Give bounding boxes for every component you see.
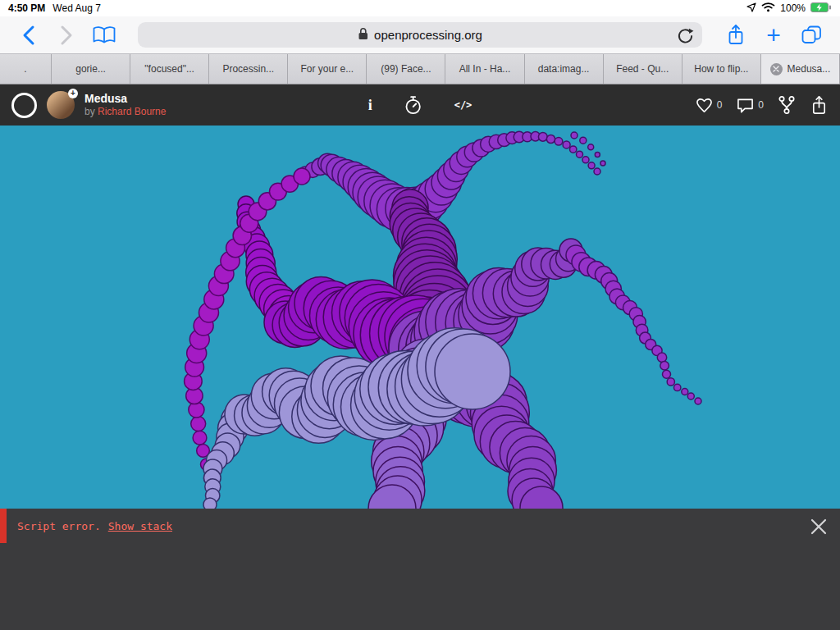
tab-close-icon[interactable]: [770, 63, 783, 75]
status-time: 4:50 PM: [8, 2, 45, 14]
likes-count: 0: [717, 99, 723, 111]
comment-icon: [736, 97, 755, 114]
openprocessing-logo[interactable]: [11, 93, 37, 118]
fork-icon[interactable]: [778, 95, 796, 115]
browser-tab[interactable]: gorie...: [52, 54, 130, 84]
code-icon[interactable]: </>: [454, 99, 472, 111]
sketch-canvas[interactable]: [0, 126, 840, 509]
error-accent: [0, 509, 7, 543]
header-actions: 0 0: [695, 94, 829, 116]
comments-count: 0: [758, 99, 764, 111]
browser-tab[interactable]: All In - Ha...: [445, 54, 524, 84]
wifi-icon: [761, 2, 775, 15]
browser-tab-active[interactable]: Medusa...: [761, 54, 840, 84]
error-bar: Script error. Show stack: [0, 509, 840, 543]
show-stack-link[interactable]: Show stack: [108, 520, 172, 532]
url-text: openprocessing.org: [374, 28, 482, 42]
status-date: Wed Aug 7: [52, 2, 101, 14]
restart-icon[interactable]: [404, 95, 423, 116]
follow-plus-icon[interactable]: +: [68, 89, 78, 98]
new-tab-button[interactable]: +: [755, 19, 792, 52]
browser-tab[interactable]: For your e...: [288, 54, 367, 84]
battery-icon: [810, 2, 832, 15]
ipad-screen: 4:50 PM Wed Aug 7 100%: [0, 0, 840, 630]
back-button[interactable]: [10, 19, 48, 52]
status-bar: 4:50 PM Wed Aug 7 100%: [0, 0, 840, 16]
byline: by Richard Bourne: [84, 106, 166, 118]
error-message: Script error.: [17, 520, 101, 532]
browser-tab[interactable]: How to flip...: [682, 54, 761, 84]
browser-tab[interactable]: (99) Face...: [367, 54, 445, 84]
sketch-title-block: Medusa by Richard Bourne: [84, 92, 166, 119]
tab-bar: . gorie... "focused"... Processin... For…: [0, 54, 840, 84]
browser-tab[interactable]: Feed - Qu...: [604, 54, 682, 84]
tabs-overview-icon[interactable]: [792, 19, 830, 52]
browser-tab[interactable]: "focused"...: [130, 54, 209, 84]
share-button[interactable]: [717, 19, 755, 52]
medusa-sketch: [0, 126, 840, 509]
battery-percent: 100%: [780, 2, 806, 14]
address-bar[interactable]: openprocessing.org: [138, 22, 702, 48]
heart-icon: [695, 97, 714, 114]
author-avatar[interactable]: +: [47, 91, 75, 119]
lock-icon: [358, 27, 368, 43]
author-link[interactable]: Richard Bourne: [98, 106, 166, 117]
safari-toolbar: openprocessing.org +: [0, 16, 840, 54]
location-icon: [746, 2, 756, 15]
info-icon[interactable]: i: [368, 97, 372, 114]
reload-icon[interactable]: [675, 25, 696, 49]
bookmarks-icon[interactable]: [85, 19, 123, 52]
sketch-controls: i </>: [368, 95, 472, 116]
browser-tab[interactable]: data:imag...: [525, 54, 604, 84]
share-sketch-icon[interactable]: [810, 94, 829, 116]
browser-tab[interactable]: .: [0, 54, 52, 84]
comments[interactable]: 0: [736, 97, 764, 114]
console-footer: Script error. Show stack: [0, 509, 840, 630]
sketch-title: Medusa: [84, 92, 166, 107]
browser-tab[interactable]: Processin...: [209, 54, 288, 84]
likes[interactable]: 0: [695, 97, 723, 114]
openprocessing-header: + Medusa by Richard Bourne i </>: [0, 84, 840, 126]
close-icon[interactable]: [808, 516, 829, 540]
forward-button[interactable]: [48, 19, 85, 52]
